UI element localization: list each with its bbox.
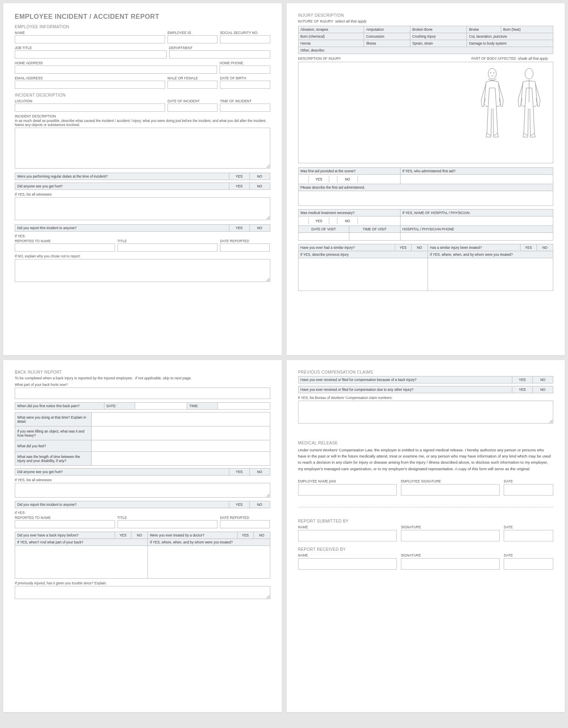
q-hosp-name: If YES, NAME OF HOSPITAL / PHYSICIAN: [400, 210, 553, 216]
body-diagram-icon [474, 65, 548, 160]
emp-name-print-field[interactable] [298, 484, 397, 496]
home-addr-field[interactable] [15, 65, 217, 74]
inc-desc-hint: In as much detail as possible, describe … [15, 119, 270, 127]
desc-injury-field[interactable] [302, 65, 470, 160]
svg-point-0 [488, 68, 496, 79]
sub-sig-field[interactable] [401, 530, 500, 541]
release-text: Under current Workers' Compensation Law,… [298, 447, 554, 472]
lbl-title: TITLE [118, 239, 218, 243]
back-title-field[interactable] [118, 520, 218, 528]
q-did-report: Did you report this incident to anyone? [15, 225, 229, 232]
emp-id-field[interactable] [167, 35, 217, 43]
divider [298, 507, 554, 507]
sub-date-field[interactable] [504, 530, 553, 541]
page-4: PREVIOUS COMPENSATION CLAIMS Have you ev… [287, 360, 565, 712]
lbl-name: NAME [15, 31, 165, 35]
back-witnesses-field[interactable] [15, 483, 270, 498]
home-phone-field[interactable] [220, 65, 270, 74]
yes-3[interactable]: YES [229, 225, 249, 232]
back-sub: To be completed when a back injury is re… [15, 376, 133, 380]
email-field[interactable] [15, 81, 165, 89]
lbl-emp-id: EMPLOYEE ID [167, 31, 217, 35]
q-similar-treated: Has a similar injury been treated? [428, 244, 520, 251]
back-hurt-field[interactable] [15, 388, 270, 399]
gender-field[interactable] [167, 81, 217, 89]
back-sub-i: If not applicable, skip to next page. [135, 376, 192, 380]
rec-date-field[interactable] [504, 558, 553, 570]
dept-field[interactable] [169, 50, 270, 59]
name-field[interactable] [15, 35, 165, 43]
q-regular-duties: Were you performing regular duties at th… [15, 173, 229, 180]
date-incident-field[interactable] [167, 104, 217, 112]
q-desc-first-aid: Please describe the first aid administer… [298, 184, 553, 191]
location-field[interactable] [15, 104, 165, 112]
yes-2[interactable]: YES [229, 183, 249, 190]
no-explain-field[interactable] [15, 259, 270, 282]
lbl-email: EMAIL ADDRESS [15, 76, 165, 80]
lbl-inc-desc: INCIDENT DESCRIPTION [15, 114, 270, 118]
reported-to-field[interactable] [15, 243, 115, 252]
lbl-dob: DATE OF BIRTH [220, 76, 270, 80]
inc-desc-field[interactable] [15, 128, 270, 169]
lbl-date-incident: DATE OF INCIDENT [167, 99, 217, 103]
lbl-date-reported: DATE REPORTED [220, 239, 270, 243]
claims-field[interactable] [298, 401, 554, 424]
q-similar-injury: Have you ever had a similar injury? [298, 244, 395, 251]
no-3[interactable]: NO [249, 225, 270, 232]
section-rep-rec: REPORT RECEIVED BY [298, 547, 554, 552]
section-incident-desc: INCIDENT DESCRIPTION [15, 93, 270, 97]
lbl-ssn: SOCIAL SECURITY NO. [220, 31, 270, 35]
section-prev-comp: PREVIOUS COMPENSATION CLAIMS [298, 370, 554, 374]
q-first-aid: Was first aid provided at the scene? [298, 168, 400, 175]
page-1: EMPLOYEE INCIDENT / ACCIDENT REPORT EMPL… [3, 3, 282, 355]
lbl-job-title: JOB TITLE [15, 46, 167, 50]
emp-date-field[interactable] [504, 484, 553, 496]
rec-sig-field[interactable] [401, 558, 500, 570]
witnesses-field[interactable] [15, 197, 270, 220]
page-3: BACK INJURY REPORT To be completed when … [3, 360, 282, 712]
title-field[interactable] [118, 243, 218, 252]
lbl-home-addr: HOME ADDRESS [15, 61, 217, 65]
lbl-location: LOCATION [15, 99, 165, 103]
time-incident-field[interactable] [220, 104, 270, 112]
page-2: INJURY DESCRIPTION NATURE OF INJURY sele… [287, 3, 565, 355]
lbl-nature-i: select all that apply [335, 19, 367, 23]
lbl-gender: MALE OR FEMALE [167, 76, 217, 80]
dob-field[interactable] [220, 81, 270, 89]
prev-trouble-field[interactable] [15, 586, 270, 599]
lbl-desc-injury: DESCRIPTION OF INJURY [298, 56, 469, 61]
q-anyone-see: Did anyone see you get hurt? [15, 183, 229, 190]
ssn-field[interactable] [220, 35, 270, 43]
lbl-time-incident: TIME OF INCIDENT [220, 99, 270, 103]
no-1[interactable]: NO [249, 173, 270, 180]
emp-sig-field[interactable] [401, 484, 500, 496]
injury-table: Abrasion, scrapesAmputationBroken BoneBr… [298, 26, 554, 54]
report-title: EMPLOYEE INCIDENT / ACCIDENT REPORT [15, 13, 270, 20]
yes-1[interactable]: YES [229, 173, 249, 180]
q-who-first-aid: If YES, who administered first aid? [400, 168, 553, 175]
back-date-reported-field[interactable] [220, 520, 270, 528]
section-rep-sub: REPORT SUBMITTED BY [298, 519, 554, 523]
lbl-body-affected: PART OF BODY AFFECTED [471, 56, 516, 61]
q-med-necessary: Was medical treatment necessary? [298, 210, 400, 216]
svg-point-1 [490, 72, 491, 73]
lbl-reported-to: REPORTED TO NAME [15, 239, 115, 243]
no-2[interactable]: NO [249, 183, 270, 190]
lbl-home-phone: HOME PHONE [220, 61, 270, 65]
lbl-nature: NATURE OF INJURY [298, 19, 333, 23]
section-injury-desc: INJURY DESCRIPTION [298, 13, 554, 18]
job-title-field[interactable] [15, 50, 167, 59]
lbl-if-no: If NO, explain why you chose not to repo… [15, 254, 270, 258]
section-back-injury: BACK INJURY REPORT [15, 370, 270, 374]
date-reported-field[interactable] [220, 243, 270, 252]
lbl-if-yes: If YES: [15, 234, 270, 238]
q-prev-trouble: If previously injured, has it given you … [15, 581, 270, 585]
q-back-hurt: What part of your back hurts now? [15, 383, 270, 387]
svg-point-3 [525, 68, 533, 79]
back-reported-to-field[interactable] [15, 520, 115, 528]
svg-point-2 [493, 72, 494, 73]
lbl-dept: DEPARTMENT [169, 46, 270, 50]
rec-name-field[interactable] [298, 558, 397, 570]
lbl-body-i: shade all that apply [518, 56, 548, 61]
sub-name-field[interactable] [298, 530, 397, 541]
